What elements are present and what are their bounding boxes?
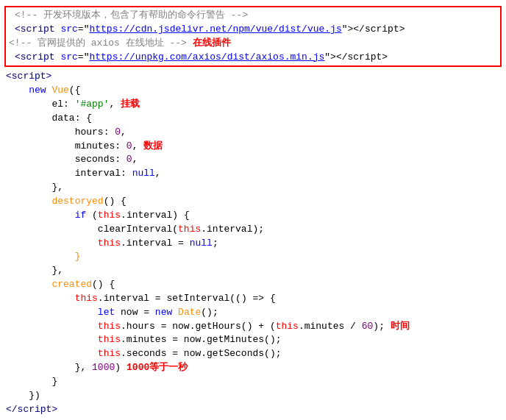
comment1: <!-- 开发环境版本，包含了有帮助的命令行警告 --> <box>15 10 248 21</box>
data-close: }, <box>0 181 506 195</box>
annotation-online: 在线插件 <box>193 37 231 51</box>
created-open: created() { <box>0 278 506 292</box>
let-now: let now = new Date(); <box>0 306 506 320</box>
hours-set-line: this.hours = now.getHours() + (this.minu… <box>0 320 506 334</box>
set-interval-open: this.interval = setInterval(() => { <box>0 292 506 306</box>
script-vue-line: <script src="https://cdn.jsdelivr.net/np… <box>9 23 497 37</box>
comment-line-1: <!-- 开发环境版本，包含了有帮助的命令行警告 --> <box>9 9 497 23</box>
destoryed-close: }, <box>0 264 506 278</box>
annotation-1000: 1000等于一秒 <box>126 361 188 375</box>
seconds-set-line: this.seconds = now.getSeconds(); <box>0 347 506 361</box>
seconds-line: seconds: 0, <box>0 153 506 167</box>
if-close: } <box>0 250 506 264</box>
annotation-time: 时间 <box>391 320 410 334</box>
comment-line-2: <!-- 官网提供的 axios 在线地址 --> 在线插件 <box>9 37 497 51</box>
script-open: <script> <box>0 70 506 84</box>
if-interval: if (this.interval) { <box>0 209 506 223</box>
annotation-mount: 挂载 <box>121 98 140 112</box>
created-close: } <box>0 375 506 389</box>
el-line: el: '#app', 挂载 <box>0 98 506 112</box>
minutes-set-line: this.minutes = now.getMinutes(); <box>0 333 506 347</box>
script-tag-open: <script <box>15 24 60 35</box>
code-container: <!-- 开发环境版本，包含了有帮助的命令行警告 --> <script src… <box>0 0 506 420</box>
set-interval-close: }, 1000) 1000等于一秒 <box>0 361 506 375</box>
vue-close: }) <box>0 389 506 403</box>
new-vue: new Vue({ <box>0 84 506 98</box>
data-open: data: { <box>0 112 506 126</box>
clear-interval: clearInterval(this.interval); <box>0 223 506 237</box>
interval-line: interval: null, <box>0 167 506 181</box>
null-interval: this.interval = null; <box>0 237 506 251</box>
minutes-line: minutes: 0, 数据 <box>0 140 506 154</box>
destoryed-open: destoryed() { <box>0 195 506 209</box>
script-close: </script> <box>0 403 506 417</box>
hours-line: hours: 0, <box>0 126 506 140</box>
annotation-data: 数据 <box>143 140 163 154</box>
script-axios-line: <script src="https://unpkg.com/axios/dis… <box>9 51 497 65</box>
